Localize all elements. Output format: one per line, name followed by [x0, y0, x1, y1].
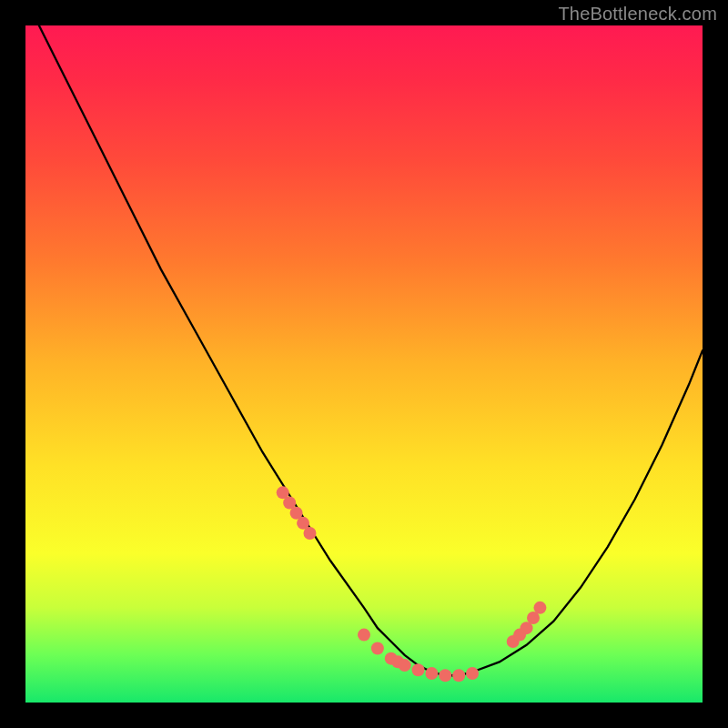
chart-frame: TheBottleneck.com: [0, 0, 728, 728]
dot: [452, 669, 465, 682]
dot: [303, 527, 316, 540]
chart-svg: [25, 25, 703, 703]
dot: [412, 663, 425, 676]
dot: [399, 659, 411, 672]
dot: [371, 642, 384, 654]
dot: [358, 629, 370, 642]
dot: [533, 602, 546, 614]
highlight-dots: [277, 486, 547, 682]
watermark-text: TheBottleneck.com: [558, 4, 717, 25]
dot: [466, 667, 479, 680]
dot: [425, 667, 438, 680]
dot: [439, 669, 451, 682]
bottleneck-curve: [39, 25, 703, 675]
